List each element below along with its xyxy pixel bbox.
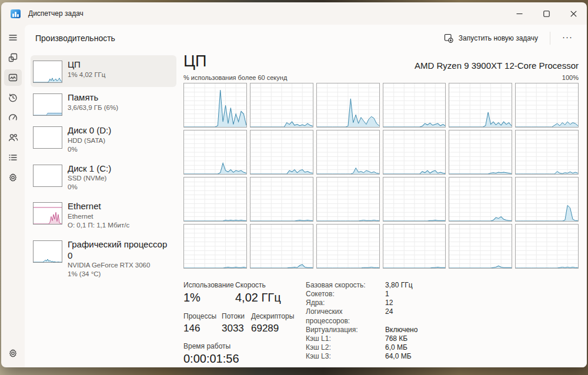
- ethernet-subline-2: О: 0,1 П: 1,1 Мбит/с: [68, 221, 129, 230]
- usage-label: Использование: [183, 281, 235, 289]
- nav-performance[interactable]: [4, 69, 22, 86]
- ethernet-text: EthernetEthernetО: 0,1 П: 1,1 Мбит/с: [68, 201, 129, 230]
- maximize-icon: [543, 11, 550, 17]
- details-label-1: Базовая скорость:: [306, 281, 385, 290]
- core-chart-7: [183, 130, 247, 175]
- core-chart-15: [316, 177, 380, 222]
- sidebar-item-ethernet[interactable]: EthernetEthernetО: 0,1 П: 1,1 Мбит/с: [31, 197, 176, 234]
- speed-label: Скорость: [235, 281, 281, 289]
- gpu-title: Графический процессор 0: [68, 239, 173, 262]
- nav-startup-apps[interactable]: [4, 109, 22, 126]
- cpu-details-list: Базовая скорость:3,80 ГГцСокетов:1Ядра:1…: [306, 281, 417, 366]
- nav-users[interactable]: [4, 129, 22, 146]
- core-chart-23: [449, 224, 512, 269]
- memory-text: Память3,6/63,9 ГБ (6%): [68, 92, 118, 112]
- details-value-3: 12: [385, 299, 393, 307]
- core-chart-16: [383, 177, 446, 222]
- settings-button[interactable]: [4, 345, 22, 361]
- memory-title: Память: [68, 92, 118, 103]
- gpu-mini-chart: [33, 240, 62, 263]
- cpu-stats: Использование 1% Скорость 4,02 ГГц: [183, 281, 579, 366]
- core-chart-4: [383, 83, 446, 128]
- details-row-3: Ядра:12: [306, 299, 417, 307]
- details-label-5: Виртуализация:: [306, 326, 385, 334]
- handles-value: 69289: [251, 323, 294, 334]
- performance-panel: Производительность Запустить новую задач…: [25, 25, 587, 367]
- gpu-subline-2: 1% (34 °C): [68, 270, 173, 279]
- memory-subline-1: 3,6/63,9 ГБ (6%): [68, 103, 118, 112]
- core-chart-6: [515, 83, 579, 128]
- disk0-subline-2: 0%: [68, 145, 111, 154]
- startup-icon: [8, 113, 18, 122]
- disk1-text: Диск 1 (C:)SSD (NVMe)0%: [68, 163, 111, 192]
- details-value-2: 1: [385, 290, 389, 299]
- details-label-3: Ядра:: [306, 299, 385, 307]
- cpu-title: ЦП: [183, 53, 206, 71]
- core-chart-18: [515, 177, 579, 222]
- panel-header: Производительность Запустить новую задач…: [25, 25, 587, 52]
- sidebar-item-disk0[interactable]: Диск 0 (D:)HDD (SATA)0%: [31, 121, 176, 158]
- uptime-label: Время работы: [183, 342, 299, 350]
- details-value-4: 24: [385, 307, 393, 325]
- gear-icon: [8, 349, 18, 358]
- details-value-5: Включено: [385, 326, 417, 334]
- threads-value: 3033: [222, 323, 251, 334]
- core-chart-3: [316, 83, 380, 128]
- nav-details[interactable]: [4, 149, 22, 166]
- processes-label: Процессы: [183, 312, 222, 320]
- maximize-button[interactable]: [533, 2, 560, 25]
- disk1-subline-2: 0%: [68, 183, 111, 192]
- core-chart-9: [316, 130, 380, 175]
- window-title: Диспетчер задач: [28, 9, 83, 18]
- sidebar-item-memory[interactable]: Память3,6/63,9 ГБ (6%): [31, 88, 176, 120]
- cpu-main-view: ЦП AMD Ryzen 9 3900XT 12-Core Processor …: [179, 52, 587, 367]
- nav-app-history[interactable]: [4, 89, 22, 106]
- nav-services[interactable]: [4, 169, 22, 186]
- core-chart-8: [250, 130, 313, 175]
- details-row-8: Кэш L3:64,0 МБ: [306, 352, 417, 361]
- details-value-1: 3,80 ГГц: [385, 281, 413, 290]
- cpu-subline-1: 1% 4,02 ГГц: [68, 71, 105, 79]
- details-row-1: Базовая скорость:3,80 ГГц: [306, 281, 417, 290]
- core-chart-20: [250, 224, 313, 269]
- more-options-button[interactable]: ···: [556, 31, 579, 46]
- details-value-8: 64,0 МБ: [385, 352, 412, 361]
- run-new-task-button[interactable]: Запустить новую задачу: [438, 30, 544, 46]
- details-row-6: Кэш L1:768 КБ: [306, 334, 417, 343]
- sidebar-item-cpu[interactable]: ЦП1% 4,02 ГГц: [31, 55, 176, 87]
- details-icon: [8, 153, 18, 162]
- cpu-title: ЦП: [68, 59, 105, 71]
- core-chart-17: [449, 177, 512, 222]
- close-button[interactable]: [560, 2, 587, 25]
- usage-value: 1%: [183, 291, 235, 304]
- details-label-6: Кэш L1:: [306, 334, 385, 343]
- gpu-text: Графический процессор 0NVIDIA GeForce RT…: [68, 239, 173, 279]
- core-chart-10: [383, 130, 446, 175]
- core-chart-24: [515, 224, 579, 269]
- details-value-6: 768 КБ: [385, 334, 407, 343]
- disk1-title: Диск 1 (C:): [68, 163, 111, 175]
- history-icon: [8, 93, 18, 102]
- disk0-subline-1: HDD (SATA): [68, 136, 111, 145]
- minimize-button[interactable]: [506, 2, 533, 25]
- disk0-mini-chart: [33, 126, 62, 149]
- core-chart-5: [449, 83, 512, 128]
- services-icon: [8, 173, 18, 182]
- core-chart-22: [383, 224, 446, 269]
- run-new-task-icon: [444, 34, 453, 43]
- header-divider: [550, 32, 550, 45]
- disk0-text: Диск 0 (D:)HDD (SATA)0%: [68, 125, 111, 154]
- sidebar-item-gpu[interactable]: Графический процессор 0NVIDIA GeForce RT…: [31, 235, 176, 283]
- nav-processes[interactable]: [4, 49, 22, 66]
- window-controls: [506, 2, 587, 25]
- details-row-7: Кэш L2:6,0 МБ: [306, 343, 417, 352]
- nav-menu-button[interactable]: [4, 29, 22, 46]
- disk0-title: Диск 0 (D:): [68, 125, 111, 136]
- titlebar: Диспетчер задач: [1, 2, 587, 25]
- uptime-value: 0:00:01:56: [183, 352, 299, 366]
- details-label-4: Логических процессоров:: [306, 307, 385, 325]
- disk1-subline-1: SSD (NVMe): [68, 174, 111, 183]
- details-label-7: Кэш L2:: [306, 343, 385, 352]
- sidebar-item-disk1[interactable]: Диск 1 (C:)SSD (NVMe)0%: [31, 159, 176, 196]
- cpu-mini-chart: [33, 61, 62, 83]
